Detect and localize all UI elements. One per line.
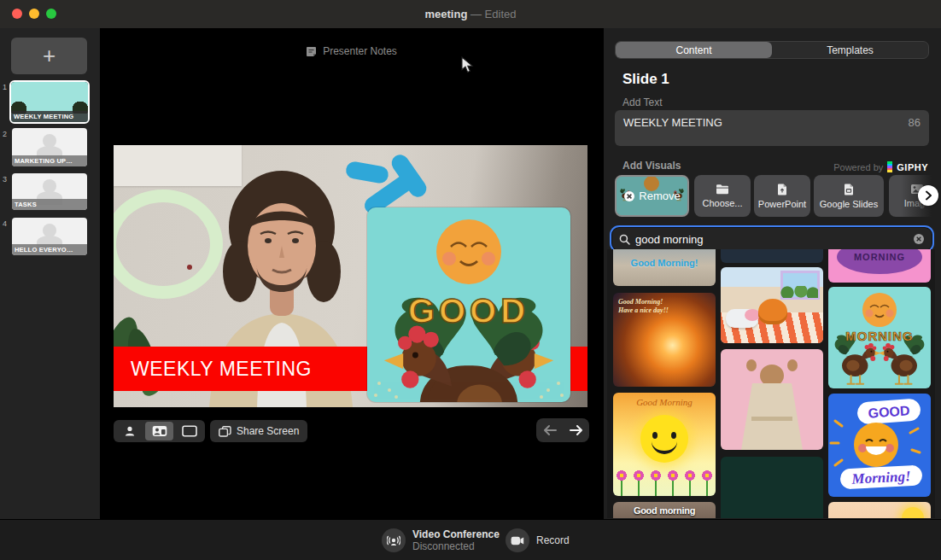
layout-presenter-button[interactable] [115, 422, 143, 440]
presenter-notes-toggle[interactable]: Presenter Notes [100, 45, 603, 57]
plus-icon: + [43, 43, 56, 69]
gif-result[interactable]: Good Morning! [613, 249, 716, 286]
google-slides-button[interactable]: Google Slides [814, 175, 884, 217]
char-counter: 86 [909, 116, 921, 129]
layout-segmented-control [114, 420, 205, 442]
slide-heading: Slide 1 [622, 71, 669, 88]
record-button[interactable] [506, 528, 529, 552]
clear-search-icon[interactable] [913, 233, 925, 245]
share-screen-label: Share Screen [237, 425, 299, 437]
gif-overlay[interactable]: GOOD [367, 207, 570, 402]
gif-caption: MORNING [845, 329, 914, 343]
video-conference-button[interactable] [382, 528, 406, 552]
powerpoint-file-icon [777, 184, 787, 195]
search-input[interactable] [635, 233, 908, 246]
folder-icon [716, 184, 729, 195]
gif-result[interactable]: GOOD Morning! [828, 394, 931, 497]
person-silhouette [43, 224, 56, 237]
choose-file-button[interactable]: Choose... [694, 175, 751, 217]
gif-result[interactable] [721, 249, 823, 263]
panel-tabs: Content Templates [615, 41, 929, 59]
bottom-bar: Video Conference Disconnected Record [0, 519, 941, 560]
gif-result[interactable] [828, 502, 931, 518]
gif-result[interactable] [721, 349, 823, 450]
hand-graphic [746, 359, 757, 371]
share-screen-button[interactable]: Share Screen [210, 420, 307, 442]
gif-result[interactable] [721, 457, 823, 518]
tab-templates[interactable]: Templates [772, 42, 928, 58]
stage: Presenter Notes [100, 28, 603, 519]
next-slide-button[interactable] [569, 424, 584, 436]
slide-nav [536, 418, 589, 442]
gif-result[interactable] [721, 267, 823, 343]
slide-thumbnail-4[interactable]: HELLO EVERYO… [12, 218, 87, 255]
layout-slide-only-button[interactable] [175, 422, 203, 440]
chevron-right-icon [924, 190, 932, 201]
slide-thumbnail-2[interactable]: MARKETING UP… [12, 128, 87, 166]
gif-caption: Morning! [850, 468, 911, 487]
gif-caption: Good Morning! [613, 258, 716, 268]
gif-result[interactable]: Good Morning! Have a nice day!! [613, 293, 716, 387]
document-name: meeting [425, 8, 468, 20]
add-visuals-label: Add Visuals [622, 160, 681, 172]
slide-number: 4 [3, 219, 11, 228]
remove-label: Remove [639, 190, 680, 202]
remove-visual-button[interactable]: Remove [615, 175, 689, 217]
title-bar: meeting — Edited [0, 0, 941, 28]
giphy-attribution: Powered by GIPHY [833, 161, 928, 172]
slide-number: 3 [3, 175, 11, 184]
gif-search-field [612, 228, 932, 250]
powered-by-label: Powered by [833, 162, 883, 172]
gif-result[interactable]: MORNING [828, 249, 931, 283]
connection-status: Disconnected [412, 540, 475, 552]
scroll-right-button[interactable] [918, 185, 938, 206]
app-window: meeting — Edited + 1 WEEKLY MEETING 2 MA… [0, 0, 941, 560]
slide-text-value: WEEKLY MEETING [623, 116, 722, 129]
add-text-label: Add Text [622, 96, 662, 108]
previous-slide-button[interactable] [542, 424, 558, 436]
google-slides-label: Google Slides [820, 199, 879, 209]
add-slide-button[interactable]: + [11, 38, 87, 74]
gif-caption: Have a nice day!! [618, 306, 669, 314]
bush-graphic [780, 286, 818, 298]
gif-result[interactable]: Good Morning [613, 393, 716, 496]
slide-text-input[interactable]: WEEKLY MEETING 86 [615, 110, 929, 146]
gif-caption: Good morning [613, 505, 716, 516]
powerpoint-label: PowerPoint [758, 199, 806, 209]
google-slides-file-icon [844, 184, 854, 195]
gif-result[interactable]: Good morning [613, 502, 716, 518]
person-icon [124, 425, 136, 437]
remove-icon [623, 190, 635, 202]
slide-thumbnail-3[interactable]: TASKS [12, 173, 87, 210]
notes-icon [306, 46, 317, 57]
video-camera-icon [511, 536, 524, 545]
flowers-graphic [613, 469, 716, 496]
gif-result[interactable]: MORNING [828, 287, 931, 388]
powerpoint-button[interactable]: PowerPoint [754, 175, 810, 217]
slide-thumb-label: WEEKLY MEETING [11, 111, 88, 122]
gif-caption: MORNING [854, 252, 905, 262]
banner-text: WEEKLY MEETING [131, 358, 312, 381]
good-morning-gif: GOOD [367, 207, 570, 402]
layout-picture-in-picture-button[interactable] [145, 422, 173, 440]
sun-smile [652, 440, 677, 454]
rooster-morning-gif: MORNING [828, 287, 931, 388]
gif-caption: GOOD [868, 403, 910, 420]
cat-graphic [758, 299, 787, 324]
slide-thumbnail-1[interactable]: WEEKLY MEETING [9, 80, 90, 124]
sun-eye [652, 432, 658, 439]
text-blob-graphic: MORNING [837, 249, 922, 274]
mouse-cursor [461, 56, 475, 73]
gif-caption: Good Morning [613, 397, 716, 407]
sun-graphic [640, 415, 688, 463]
slide-thumb-label: HELLO EVERYO… [12, 244, 87, 255]
broadcast-person-icon [387, 534, 400, 547]
window-title: meeting — Edited [0, 8, 941, 20]
slide-thumb-label: MARKETING UP… [12, 155, 87, 166]
choose-label: Choose... [702, 198, 742, 208]
share-screen-icon [219, 426, 231, 437]
tab-content[interactable]: Content [616, 42, 772, 58]
gif-word: GOOD [408, 292, 529, 330]
slide-sidebar: + 1 WEEKLY MEETING 2 MARKETING UP… 3 TAS… [0, 28, 100, 519]
record-label: Record [536, 534, 570, 546]
